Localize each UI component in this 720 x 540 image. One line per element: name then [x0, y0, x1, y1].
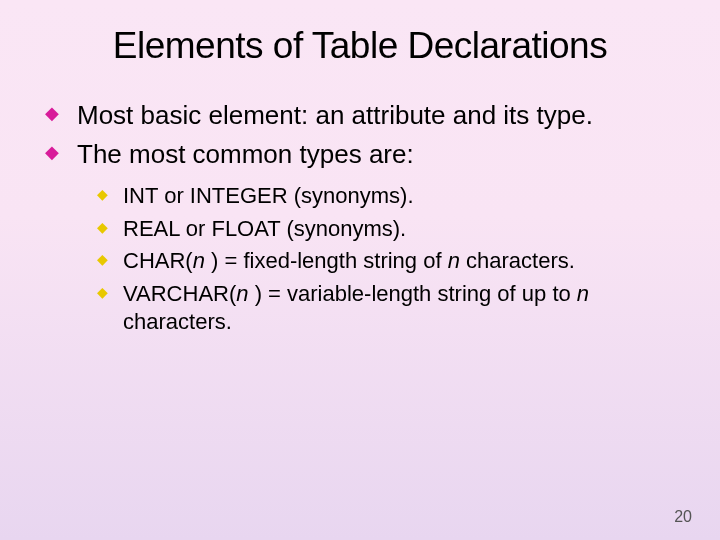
sub-bullet-3: CHAR(n ) = fixed-length string of n char… [97, 247, 675, 276]
sub-bullet-text-part: characters. [466, 248, 575, 273]
italic-n: n [448, 248, 466, 273]
bullet-item-1: Most basic element: an attribute and its… [45, 99, 675, 132]
slide: Elements of Table Declarations Most basi… [0, 0, 720, 540]
sub-bullet-text-part: ) = variable-length string of up to [255, 281, 577, 306]
italic-n: n [193, 248, 211, 273]
bullet-text: Most basic element: an attribute and its… [77, 100, 593, 130]
sub-bullet-text: INT or INTEGER (synonyms). [123, 183, 414, 208]
sub-bullet-text-part: characters. [123, 309, 232, 334]
slide-title: Elements of Table Declarations [45, 25, 675, 67]
bullet-list-level1: Most basic element: an attribute and its… [45, 99, 675, 337]
sub-bullet-text-part: VARCHAR( [123, 281, 236, 306]
sub-bullet-text-part: ) = fixed-length string of [211, 248, 448, 273]
italic-n: n [577, 281, 589, 306]
sub-bullet-1: INT or INTEGER (synonyms). [97, 182, 675, 211]
page-number: 20 [674, 508, 692, 526]
bullet-list-level2: INT or INTEGER (synonyms). REAL or FLOAT… [77, 182, 675, 337]
sub-bullet-4: VARCHAR(n ) = variable-length string of … [97, 280, 675, 337]
sub-bullet-2: REAL or FLOAT (synonyms). [97, 215, 675, 244]
bullet-item-2: The most common types are: INT or INTEGE… [45, 138, 675, 337]
sub-bullet-text-part: CHAR( [123, 248, 193, 273]
bullet-text: The most common types are: [77, 139, 414, 169]
sub-bullet-text: REAL or FLOAT (synonyms). [123, 216, 406, 241]
italic-n: n [236, 281, 254, 306]
